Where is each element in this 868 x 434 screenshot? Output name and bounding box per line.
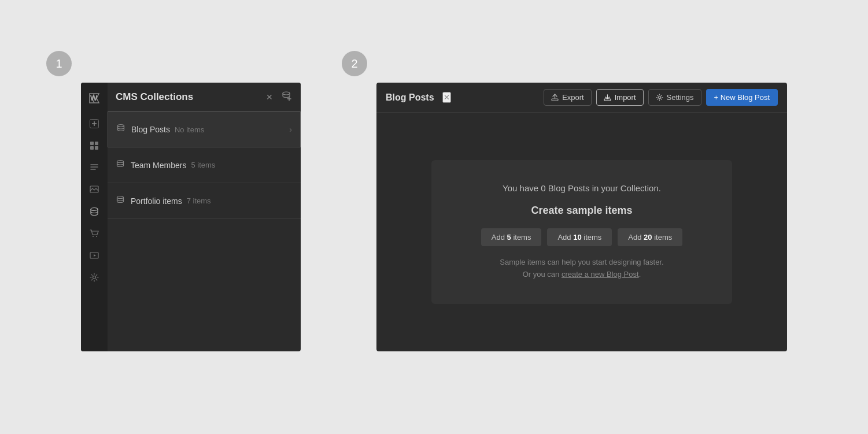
assets-btn[interactable]: [84, 180, 104, 199]
panel2-body: You have 0 Blog Posts in your Collection…: [376, 113, 787, 351]
collection-icon-team: [116, 159, 125, 171]
ecommerce-btn[interactable]: [84, 224, 104, 243]
empty-state-title: You have 0 Blog Posts in your Collection…: [466, 183, 697, 193]
cms-btn[interactable]: [84, 202, 104, 221]
svg-point-8: [93, 236, 94, 237]
svg-point-7: [91, 208, 98, 211]
sample-items-title: Create sample items: [466, 205, 697, 217]
svg-rect-4: [90, 146, 94, 150]
logo: W: [84, 88, 104, 108]
svg-text:W: W: [90, 94, 98, 102]
sample-btns-container: Add 5 items Add 10 items Add 20 items: [466, 228, 697, 246]
svg-rect-3: [95, 142, 98, 145]
collection-count-team: 5 items: [191, 161, 215, 169]
settings-btn[interactable]: Settings: [648, 89, 701, 106]
create-new-blog-link[interactable]: create a new Blog Post: [562, 270, 639, 279]
panel2-title: Blog Posts: [386, 92, 434, 103]
add-5-items-btn[interactable]: Add 5 items: [481, 228, 542, 246]
collection-icon-blog: [116, 124, 125, 135]
cms-panel-title: CMS Collections: [116, 91, 193, 103]
pages-btn[interactable]: [84, 158, 104, 177]
svg-point-9: [96, 236, 97, 237]
cms-collections-panel: W: [81, 83, 301, 351]
add-10-items-btn[interactable]: Add 10 items: [547, 228, 612, 246]
step-badge-1: 1: [46, 51, 72, 76]
panel2-actions: Export Import Settings + New Blog Post: [544, 89, 778, 106]
empty-state-card: You have 0 Blog Posts in your Collection…: [431, 160, 732, 304]
svg-rect-2: [90, 142, 94, 145]
collection-item-team-members[interactable]: Team Members 5 items: [108, 147, 301, 183]
new-blog-post-btn[interactable]: + New Blog Post: [706, 89, 778, 106]
svg-rect-5: [95, 146, 98, 150]
svg-point-11: [93, 276, 96, 279]
collection-list: Blog Posts No items › Team Members 5 ite…: [108, 112, 301, 351]
panel2-header: Blog Posts ✕ Export Import: [376, 83, 787, 113]
add-20-items-btn[interactable]: Add 20 items: [618, 228, 682, 246]
svg-point-12: [283, 92, 290, 95]
svg-rect-17: [604, 99, 611, 101]
svg-point-18: [658, 97, 660, 99]
svg-point-14: [117, 160, 124, 162]
export-btn[interactable]: Export: [544, 89, 592, 106]
sample-hint: Sample items can help you start designin…: [466, 257, 697, 281]
collection-name-portfolio: Portfolio items: [131, 196, 182, 206]
svg-point-13: [118, 125, 124, 127]
collection-name-team: Team Members: [131, 161, 186, 170]
cms-header: CMS Collections ✕: [108, 83, 301, 112]
add-sidebar-btn[interactable]: [84, 114, 104, 133]
collection-icon-portfolio: [116, 195, 125, 207]
cms-header-actions: ✕: [265, 90, 293, 104]
collection-count-portfolio: 7 items: [187, 196, 211, 205]
media-btn[interactable]: [84, 246, 104, 265]
sidebar-icons: W: [81, 83, 108, 351]
step-badge-2: 2: [342, 51, 367, 76]
settings-sidebar-btn[interactable]: [84, 268, 104, 287]
panel2-close-btn[interactable]: ✕: [442, 92, 451, 103]
collection-name-blog: Blog Posts: [131, 125, 170, 134]
cms-panel: CMS Collections ✕: [108, 83, 301, 351]
blog-posts-panel: Blog Posts ✕ Export Import: [376, 83, 787, 351]
collection-arrow-blog: ›: [289, 125, 292, 134]
cms-add-collection-btn[interactable]: [280, 90, 293, 104]
collection-item-blog-posts[interactable]: Blog Posts No items ›: [108, 112, 301, 147]
import-btn[interactable]: Import: [596, 89, 644, 106]
collection-count-blog: No items: [175, 125, 204, 134]
svg-point-15: [117, 196, 124, 198]
cms-close-btn[interactable]: ✕: [265, 91, 274, 103]
components-btn[interactable]: [84, 136, 104, 155]
svg-rect-16: [552, 99, 558, 101]
collection-item-portfolio[interactable]: Portfolio items 7 items: [108, 183, 301, 219]
